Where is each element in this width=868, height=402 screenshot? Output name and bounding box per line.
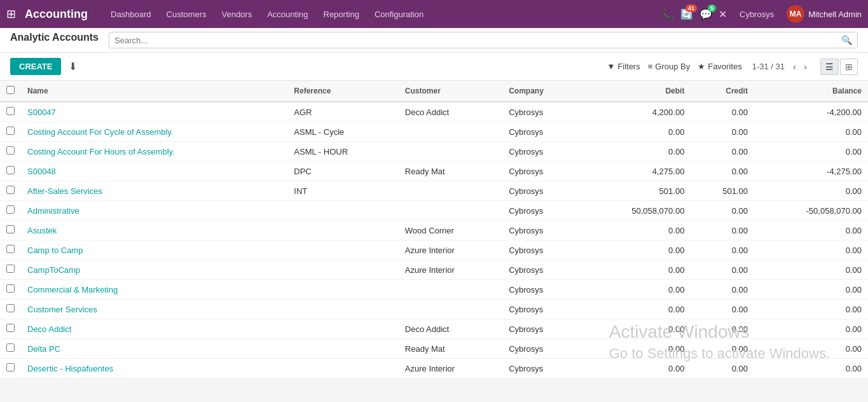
row-reference [287, 280, 399, 300]
activity-icon[interactable]: 🔄41 [680, 8, 693, 20]
row-checkbox[interactable] [6, 265, 15, 273]
favorites-button[interactable]: ★ Favorites [698, 62, 741, 71]
col-customer[interactable]: Customer [399, 81, 502, 102]
table-row: Delta PC Ready Mat Cybrosys 0.00 0.00 0.… [0, 339, 868, 359]
message-icon[interactable]: 💬5 [699, 8, 712, 20]
table-row: Desertic - Hispafuentes Azure Interior C… [0, 359, 868, 378]
row-customer [399, 201, 502, 221]
row-name[interactable]: Commercial & Marketing [21, 280, 287, 300]
row-checkbox[interactable] [6, 127, 15, 135]
row-balance: 0.00 [754, 142, 868, 162]
nav-reporting[interactable]: Reporting [317, 7, 366, 22]
nav-customers[interactable]: Customers [160, 7, 213, 22]
row-checkbox-cell[interactable] [0, 339, 21, 359]
row-checkbox-cell[interactable] [0, 201, 21, 221]
row-checkbox[interactable] [6, 245, 15, 253]
nav-links: Dashboard Customers Vendors Accounting R… [104, 7, 658, 22]
table-row: Costing Account For Cycle of Assembly. A… [0, 122, 868, 142]
row-credit: 0.00 [691, 221, 754, 240]
row-reference [287, 359, 399, 378]
search-input[interactable] [114, 36, 839, 45]
row-checkbox[interactable] [6, 343, 15, 352]
row-checkbox[interactable] [6, 107, 15, 115]
nav-accounting[interactable]: Accounting [261, 7, 314, 22]
row-name[interactable]: Administrative [21, 201, 287, 221]
row-checkbox-cell[interactable] [0, 102, 21, 122]
app-grid-icon[interactable]: ⊞ [6, 7, 16, 21]
row-name[interactable]: Costing Account For Hours of Assembly. [21, 142, 287, 162]
col-credit[interactable]: Credit [691, 81, 754, 102]
row-checkbox-cell[interactable] [0, 142, 21, 162]
row-checkbox-cell[interactable] [0, 280, 21, 300]
row-customer: Ready Mat [399, 162, 502, 181]
row-name[interactable]: Delta PC [21, 339, 287, 359]
nav-configuration[interactable]: Configuration [368, 7, 430, 22]
row-checkbox-cell[interactable] [0, 122, 21, 142]
row-name[interactable]: After-Sales Services [21, 181, 287, 201]
row-checkbox-cell[interactable] [0, 181, 21, 201]
next-page-button[interactable]: › [801, 60, 810, 73]
row-checkbox-cell[interactable] [0, 221, 21, 240]
prev-page-button[interactable]: ‹ [790, 60, 799, 73]
groupby-button[interactable]: ≡ Group By [648, 62, 691, 71]
row-checkbox-cell[interactable] [0, 319, 21, 339]
row-company: Cybrosys [502, 359, 581, 378]
row-checkbox[interactable] [6, 324, 15, 332]
col-company[interactable]: Company [502, 81, 581, 102]
select-all-header[interactable] [0, 81, 21, 102]
row-name[interactable]: Desertic - Hispafuentes [21, 359, 287, 378]
row-checkbox[interactable] [6, 186, 15, 194]
table-row: Administrative Cybrosys 50,058,070.00 0.… [0, 201, 868, 221]
row-checkbox-cell[interactable] [0, 162, 21, 181]
row-checkbox[interactable] [6, 205, 15, 214]
row-balance: -50,058,070.00 [754, 201, 868, 221]
select-all-checkbox[interactable] [6, 86, 15, 94]
row-checkbox[interactable] [6, 363, 15, 371]
row-checkbox[interactable] [6, 225, 15, 233]
row-credit: 0.00 [691, 359, 754, 378]
user-info[interactable]: MA Mitchell Admin [787, 5, 862, 23]
phone-icon[interactable]: 📞 [661, 8, 674, 20]
row-company: Cybrosys [502, 221, 581, 240]
row-debit: 0.00 [582, 260, 691, 280]
row-checkbox[interactable] [6, 146, 15, 155]
row-name[interactable]: S00047 [21, 102, 287, 122]
row-company: Cybrosys [502, 319, 581, 339]
row-company: Cybrosys [502, 201, 581, 221]
row-checkbox[interactable] [6, 166, 15, 174]
analytic-accounts-table: Name Reference Customer Company Debit Cr… [0, 81, 868, 378]
row-balance: 0.00 [754, 181, 868, 201]
col-debit[interactable]: Debit [582, 81, 691, 102]
row-name[interactable]: Costing Account For Cycle of Assembly. [21, 122, 287, 142]
row-name[interactable]: Asustek [21, 221, 287, 240]
close-icon[interactable]: ✕ [719, 8, 727, 20]
row-name[interactable]: Customer Services [21, 300, 287, 319]
col-balance[interactable]: Balance [754, 81, 868, 102]
filters-button[interactable]: ▼ Filters [607, 62, 640, 71]
search-bar[interactable]: 🔍 [109, 32, 858, 48]
nav-vendors[interactable]: Vendors [215, 7, 258, 22]
row-checkbox[interactable] [6, 304, 15, 312]
row-checkbox[interactable] [6, 284, 15, 293]
pagination-nav: ‹ › [790, 60, 810, 73]
row-checkbox-cell[interactable] [0, 260, 21, 280]
row-company: Cybrosys [502, 260, 581, 280]
create-button[interactable]: CREATE [10, 58, 61, 75]
row-name[interactable]: Camp to Camp [21, 240, 287, 260]
col-reference[interactable]: Reference [287, 81, 399, 102]
nav-dashboard[interactable]: Dashboard [104, 7, 158, 22]
row-name[interactable]: Deco Addict [21, 319, 287, 339]
col-name[interactable]: Name [21, 81, 287, 102]
row-checkbox-cell[interactable] [0, 359, 21, 378]
kanban-view-button[interactable]: ⊞ [840, 59, 858, 75]
row-reference: ASML - HOUR [287, 142, 399, 162]
export-button[interactable]: ⬇ [66, 58, 79, 75]
row-name[interactable]: S00048 [21, 162, 287, 181]
company-name[interactable]: Cybrosys [733, 7, 780, 22]
row-checkbox-cell[interactable] [0, 240, 21, 260]
row-credit: 0.00 [691, 260, 754, 280]
row-checkbox-cell[interactable] [0, 300, 21, 319]
search-icon[interactable]: 🔍 [841, 35, 852, 45]
row-name[interactable]: CampToCamp [21, 260, 287, 280]
list-view-button[interactable]: ☰ [820, 59, 839, 75]
